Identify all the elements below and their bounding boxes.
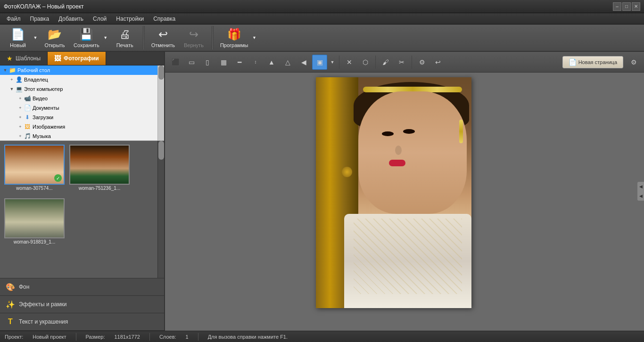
menu-settings[interactable]: Настройки [111, 15, 149, 23]
effects-panel-btn[interactable]: ✨ Эффекты и рамки [0, 296, 164, 313]
templates-tab[interactable]: ★ Шаблоны [0, 52, 48, 65]
open-icon: 📂 [48, 28, 62, 41]
tree-item-images[interactable]: + 🖼 Изображения [0, 122, 164, 131]
tree-expand-music[interactable]: + [17, 133, 24, 139]
thumbnail-3[interactable]: woman-918819_1... [4, 198, 65, 244]
tool-btn-4[interactable]: ▦ [216, 55, 231, 70]
tool-btn-reset[interactable]: ↩ [430, 55, 446, 70]
tool-btn-cut[interactable]: ✂ [394, 55, 409, 70]
menu-add[interactable]: Добавить [54, 15, 88, 23]
video-icon: 📹 [24, 95, 31, 102]
tree-scroll-thumb[interactable] [158, 65, 164, 80]
right-edge-panel[interactable]: ◀ ◀ [637, 182, 644, 201]
tool-btn-6[interactable]: ↕ [248, 55, 263, 70]
panel-tabs: ★ Шаблоны 🖼 Фотографии [0, 52, 164, 65]
tool-btn-10[interactable]: ▣ [312, 55, 327, 70]
save-dropdown-arrow[interactable]: ▼ [102, 26, 109, 49]
undo-button[interactable]: ↩ Отменить [149, 26, 178, 49]
canvas-content[interactable]: ◀ ◀ [165, 73, 644, 331]
tree-expand-video[interactable]: + [17, 95, 24, 102]
new-dropdown-arrow[interactable]: ▼ [32, 26, 39, 49]
maximize-button[interactable]: □ [622, 2, 631, 11]
save-button[interactable]: 💾 Сохранить [71, 26, 102, 49]
tree-item-desktop[interactable]: ▼ 📁 Рабочий стол [0, 65, 164, 75]
edge-arrow-down[interactable]: ◀ [637, 191, 644, 201]
status-sep-3 [198, 333, 198, 341]
music-icon: 🎵 [24, 132, 31, 140]
text-panel-btn[interactable]: T Текст и украшения [0, 313, 164, 331]
tree-item-video[interactable]: + 📹 Видео [0, 94, 164, 103]
thumbnail-1[interactable]: ✓ woman-307574... [4, 145, 65, 191]
menu-edit[interactable]: Правка [25, 15, 54, 23]
tree-expand-images[interactable]: + [17, 123, 24, 130]
tree-item-music[interactable]: + 🎵 Музыка [0, 131, 164, 141]
redo-button[interactable]: ↪ Вернуть [180, 26, 208, 49]
tree-expand-pc[interactable]: ▼ [8, 86, 15, 92]
tree-expand-docs[interactable]: + [17, 105, 24, 111]
new-page-button[interactable]: 📄 Новая страница [562, 56, 623, 68]
thumb-img-1: ✓ [4, 145, 65, 185]
tree-item-docs[interactable]: + 📄 Документы [0, 103, 164, 113]
background-icon: 🎨 [6, 282, 15, 292]
thumb-scroll-thumb[interactable] [158, 141, 164, 160]
tool-btn-10-arrow[interactable]: ▼ [328, 55, 337, 70]
canvas-area: ⬛ ▭ ▯ ▦ ━ ↕ ▲ △ ◀ ▣ ▼ ✕ ⬡ 🖌 ✂ ⚙ ↩ 📄 Нова… [165, 52, 644, 331]
file-tree: ▼ 📁 Рабочий стол + 👤 Владелец ▼ 💻 Этот к… [0, 65, 164, 141]
settings-right-button[interactable]: ⚙ [626, 55, 641, 70]
tree-expand-desktop[interactable]: ▼ [2, 67, 8, 73]
tools-right-area: 📄 Новая страница ⚙ [562, 55, 641, 70]
edge-arrow-up[interactable]: ◀ [637, 182, 644, 191]
tool-btn-2[interactable]: ▭ [184, 55, 199, 70]
canvas-image[interactable] [316, 77, 471, 308]
tool-btn-3[interactable]: ▯ [200, 55, 215, 70]
thumb-label-2: woman-751236_1... [79, 186, 120, 191]
menu-file[interactable]: Файл [2, 15, 25, 23]
tool-btn-9[interactable]: ◀ [296, 55, 311, 70]
programs-dropdown-arrow[interactable]: ▼ [251, 26, 257, 49]
print-button[interactable]: 🖨 Печать [111, 26, 139, 49]
photos-tab-icon: 🖼 [54, 55, 61, 62]
tree-item-pc[interactable]: ▼ 💻 Этот компьютер [0, 84, 164, 94]
tool-btn-5[interactable]: ━ [232, 55, 247, 70]
tree-scrollbar[interactable] [157, 65, 164, 140]
tree-item-downloads[interactable]: + ⬇ Загрузки [0, 113, 164, 122]
tool-btn-settings[interactable]: ⚙ [414, 55, 429, 70]
portrait-face [358, 91, 467, 214]
tool-btn-delete[interactable]: ✕ [342, 55, 357, 70]
tool-btn-8[interactable]: △ [280, 55, 295, 70]
print-icon: 🖨 [119, 28, 131, 41]
tool-btn-1[interactable]: ⬛ [168, 55, 183, 70]
app-title: ФотоКОЛЛАЖ – Новый проект [4, 3, 84, 10]
images-icon: 🖼 [24, 123, 31, 130]
tool-btn-crop[interactable]: ⬡ [358, 55, 373, 70]
thumbnail-2[interactable]: woman-751236_1... [69, 145, 130, 191]
thumb-woman3-preview [5, 199, 64, 237]
portrait-nose [395, 146, 402, 155]
tree-expand-owner[interactable]: + [8, 76, 15, 83]
menu-layer[interactable]: Слой [88, 15, 111, 23]
thumb-img-3 [4, 198, 65, 238]
thumb-scrollbar[interactable] [157, 141, 164, 278]
portrait-lips [389, 160, 405, 166]
menu-help[interactable]: Справка [149, 15, 180, 23]
photos-tab[interactable]: 🖼 Фотографии [48, 52, 106, 65]
window-controls: – □ ✕ [613, 2, 640, 11]
tool-btn-paint[interactable]: 🖌 [378, 55, 393, 70]
tree-expand-downloads[interactable]: + [17, 114, 24, 121]
tool-btn-7[interactable]: ▲ [264, 55, 279, 70]
save-tool-group: 💾 Сохранить ▼ [71, 26, 109, 49]
background-panel-btn[interactable]: 🎨 Фон [0, 278, 164, 296]
new-button[interactable]: 📄 Новый [4, 26, 32, 49]
undo-icon: ↩ [158, 28, 168, 41]
new-page-icon: 📄 [569, 58, 577, 66]
programs-button[interactable]: 🎁 Программы [217, 26, 251, 49]
size-label: Размер: [86, 334, 105, 340]
thumb-woman2-preview [70, 146, 129, 184]
minimize-button[interactable]: – [613, 2, 621, 11]
layers-value: 1 [186, 334, 189, 340]
tree-item-owner[interactable]: + 👤 Владелец [0, 75, 164, 84]
open-button[interactable]: 📂 Открыть [41, 26, 69, 49]
close-button[interactable]: ✕ [632, 2, 640, 11]
status-bar: Проект: Новый проект Размер: 1181x1772 С… [0, 331, 644, 342]
toolbar-separator-2 [212, 26, 214, 49]
